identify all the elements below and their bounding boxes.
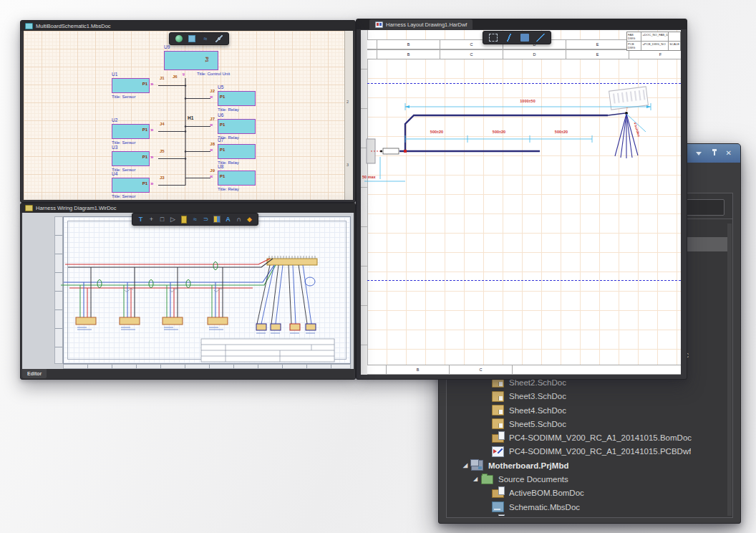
- window-harness-wiring: Harness Wiring Diagram1.WirDoc: [20, 203, 356, 380]
- place-label-tool-icon[interactable]: [520, 34, 529, 42]
- tree-item-schdoc[interactable]: Sheet3.SchDoc: [447, 390, 727, 403]
- dim-height: 50 max: [362, 175, 376, 179]
- pin-icon[interactable]: [712, 149, 717, 158]
- titlebar[interactable]: Harness Layout Drawing1.HarDwf: [357, 19, 687, 29]
- component-u5[interactable]: U5 P1 « J2 Title: Relay: [218, 91, 256, 106]
- net-label: J1: [160, 76, 165, 80]
- desktop: Harness Layout Drawing1.HarDwf B C D E F…: [0, 0, 756, 533]
- port-label: P1: [220, 174, 225, 178]
- point-tool-icon[interactable]: ◆: [246, 215, 253, 224]
- ref-designator: U5: [218, 85, 223, 90]
- arc-tool-icon[interactable]: ∩: [235, 215, 243, 224]
- splice-tool-icon[interactable]: [213, 216, 220, 223]
- net-label: J6: [173, 75, 178, 79]
- wiring-toolbar: T + □ ▷ ≈ ⊃ A ∩ ◆: [132, 213, 258, 226]
- titlebar[interactable]: Harness Wiring Diagram1.WirDoc: [21, 203, 355, 213]
- select-region-tool-icon[interactable]: [489, 34, 498, 42]
- port-label: P1: [220, 123, 225, 127]
- wiring-canvas[interactable]: T + □ ▷ ≈ ⊃ A ∩ ◆: [22, 213, 354, 369]
- ref-designator: U9: [164, 44, 170, 49]
- dim-overall: 1000±50: [506, 99, 549, 103]
- ref-designator: U1: [112, 72, 117, 77]
- component-body: [164, 51, 218, 70]
- dim-segment: 500±20: [422, 130, 451, 134]
- ref-designator: U8: [218, 164, 223, 169]
- schdoc-icon: [492, 405, 504, 416]
- component-u9[interactable]: U9 P1 » J6 Title: Control Unit: [164, 51, 218, 70]
- place-module-tool-icon[interactable]: [188, 35, 195, 42]
- mbsdoc-icon: [492, 501, 504, 512]
- rectangle-tool-icon[interactable]: □: [158, 215, 166, 224]
- port-label: P1: [142, 128, 147, 132]
- close-icon[interactable]: ✕: [726, 150, 732, 157]
- polygon-tool-icon[interactable]: ▷: [169, 215, 177, 224]
- component-u6[interactable]: U6 P1 « J7 Title: Relay: [218, 119, 256, 134]
- port-label: P1: [142, 181, 147, 186]
- net-label: J3: [160, 176, 165, 180]
- bomdoc-icon: [492, 489, 504, 498]
- move-tool-icon[interactable]: +: [147, 215, 155, 224]
- mbsdoc-icon: [25, 23, 33, 29]
- port-chevron-icon: «: [210, 95, 213, 100]
- tree-item-schdoc[interactable]: Sheet5.SchDoc: [447, 417, 727, 431]
- tree-item-motherboard-project[interactable]: ◢Motherboard.PrjMbd: [447, 458, 727, 472]
- port-chevron-icon: «: [210, 123, 213, 128]
- select-tool-icon[interactable]: [175, 35, 183, 42]
- text-tool-icon[interactable]: A: [224, 215, 232, 224]
- filter-tool-icon[interactable]: T: [137, 215, 145, 224]
- layout-toolbar: [483, 31, 551, 44]
- component-u1[interactable]: U1 P1 » J1 Title: Sensor: [112, 78, 150, 93]
- tree-item-mbsdoc[interactable]: Schematic.MbsDoc: [447, 500, 727, 514]
- component-u7[interactable]: U7 P1 « J8 Title: Relay: [218, 144, 256, 159]
- port-label: P1: [142, 82, 147, 86]
- wire-tool-icon[interactable]: ≈: [191, 215, 199, 224]
- component-u4[interactable]: U4 P1 » J3 Title: Sensor: [112, 178, 150, 193]
- schematic-canvas[interactable]: U9 P1 » J6 Title: Control Unit U1 P1 » J…: [24, 31, 345, 200]
- component-title: Title: Control Unit: [197, 72, 230, 76]
- port-chevron-icon: »: [150, 82, 153, 87]
- multiboard-toolbar: ≈: [169, 32, 229, 45]
- net-label: J7: [199, 117, 215, 121]
- ruler-mark: 3: [346, 163, 349, 167]
- tree-item-bomdoc[interactable]: ActiveBOM.BomDoc: [447, 486, 727, 500]
- ref-designator: U7: [218, 138, 223, 143]
- expand-arrow-icon[interactable]: ◢: [473, 476, 481, 482]
- net-label: J8: [199, 142, 215, 146]
- tree-item-mbadoc[interactable]: Assembly1.MbaDoc: [447, 514, 727, 516]
- layout-canvas[interactable]: B C D E F B C D E F B C: [361, 30, 681, 375]
- window-harness-layout: Harness Layout Drawing1.HarDwf B C D E F…: [356, 19, 687, 380]
- window-title: Harness Wiring Diagram1.WirDoc: [36, 205, 117, 211]
- component-u8[interactable]: U8 P1 « J9 Title: Relay: [218, 171, 256, 186]
- ref-designator: U4: [112, 171, 117, 176]
- component-title: Title: Relay: [218, 107, 239, 112]
- scrollbar[interactable]: [727, 224, 732, 516]
- place-connection-tool-icon[interactable]: ≈: [201, 35, 210, 42]
- net-label: J5: [160, 149, 165, 153]
- tree-item-pcbdwf[interactable]: PC4-SODIMM_V200_RC_A1_20141015.PCBDwf: [447, 445, 727, 458]
- ref-designator: U3: [112, 145, 117, 150]
- port-chevron-icon: «: [210, 174, 213, 180]
- vertical-ruler: 2 3: [344, 31, 353, 200]
- ref-designator: U2: [112, 117, 117, 123]
- harness-bus-label: H1: [188, 115, 193, 120]
- tree-item-schdoc[interactable]: Sheet4.SchDoc: [447, 403, 727, 417]
- panel-menu-caret-icon[interactable]: [696, 152, 702, 155]
- port-chevron-icon: »: [150, 181, 153, 187]
- net-label: J4: [160, 122, 165, 126]
- component-title: Title: Sensor: [112, 194, 135, 198]
- component-u2[interactable]: U2 P1 » J4 Title: Sensor: [112, 124, 150, 139]
- component-u3[interactable]: U3 P1 » J5 Title: Sensor: [112, 151, 150, 166]
- tree-item-bomdoc[interactable]: PC4-SODIMM_V200_RC_A1_20141015.BomDoc: [447, 431, 727, 444]
- covering-tool-icon[interactable]: ⊃: [202, 215, 210, 224]
- tree-item-source-documents[interactable]: ◢Source Documents: [447, 472, 727, 486]
- editor-tab[interactable]: Editor: [22, 369, 47, 378]
- place-harness-tool-icon[interactable]: [505, 34, 513, 42]
- port-label: P1: [142, 155, 147, 159]
- titlebar[interactable]: MultiBoardSchematic1.MbsDoc: [21, 21, 355, 31]
- wirdoc-icon: [25, 205, 33, 211]
- port-label: P1: [205, 57, 209, 62]
- place-line-tool-icon[interactable]: [536, 34, 545, 42]
- connector-tool-icon[interactable]: [181, 216, 187, 224]
- hardwf-icon: [375, 21, 383, 28]
- measure-tool-icon[interactable]: [215, 35, 223, 42]
